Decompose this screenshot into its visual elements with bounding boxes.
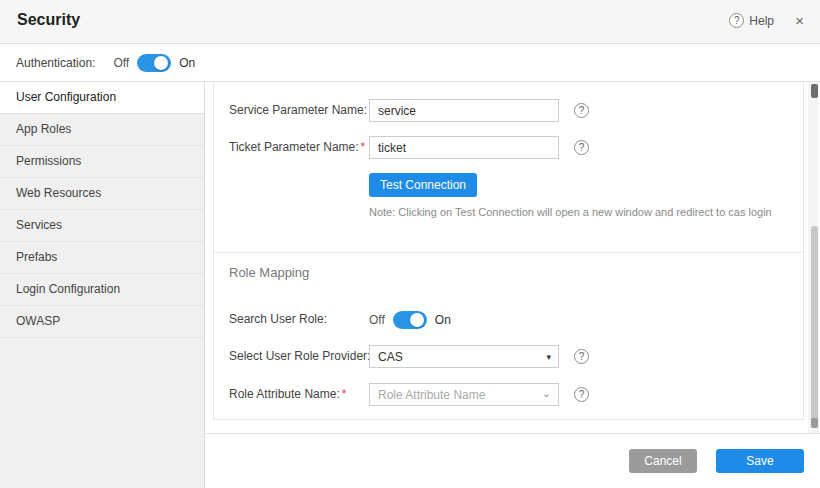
ticket-parameter-row: Ticket Parameter Name:* ? [214, 136, 803, 160]
ticket-parameter-label: Ticket Parameter Name:* [229, 140, 365, 154]
service-parameter-field-wrap [369, 99, 559, 122]
authentication-row: Authentication: Off On [0, 44, 820, 82]
scrollbar-thumb[interactable] [811, 226, 818, 422]
role-provider-value: CAS [378, 350, 403, 364]
ticket-parameter-label-text: Ticket Parameter Name: [229, 140, 359, 154]
cancel-button[interactable]: Cancel [629, 449, 697, 473]
required-marker: * [361, 140, 366, 154]
role-provider-help-icon[interactable]: ? [574, 349, 589, 364]
authentication-label: Authentication: [16, 56, 95, 70]
cas-config-panel: Service Parameter Name:* ? Ticket Parame… [213, 82, 804, 420]
content-area: Service Parameter Name:* ? Ticket Parame… [205, 82, 820, 488]
footer-bar: Cancel Save [205, 433, 820, 488]
role-mapping-section: Role Mapping Search User Role: Off On Se… [214, 252, 803, 421]
help-label: Help [749, 14, 774, 28]
sidebar-item-login-configuration[interactable]: Login Configuration [0, 274, 204, 306]
required-marker: * [342, 387, 347, 401]
service-parameter-label-text: Service Parameter Name: [229, 103, 367, 117]
role-attribute-help-icon[interactable]: ? [574, 387, 589, 402]
sidebar-item-owasp[interactable]: OWASP [0, 306, 204, 338]
security-dialog: Security ? Help × Authentication: Off On… [0, 0, 820, 488]
test-connection-note: Note: Clicking on Test Connection will o… [369, 206, 772, 218]
sidebar-item-prefabs[interactable]: Prefabs [0, 242, 204, 274]
role-provider-label: Select User Role Provider: [229, 349, 370, 363]
role-attribute-placeholder: Role Attribute Name [378, 388, 485, 402]
ticket-parameter-input[interactable] [369, 136, 559, 159]
toggle-knob [154, 56, 168, 70]
sidebar-item-services[interactable]: Services [0, 210, 204, 242]
sidebar: User Configuration App Roles Permissions… [0, 82, 205, 488]
role-attribute-label: Role Attribute Name:* [229, 387, 346, 401]
role-provider-field: CAS ▾ [369, 345, 559, 368]
service-parameter-input[interactable] [369, 99, 559, 122]
role-provider-select[interactable]: CAS ▾ [369, 345, 559, 368]
help-button[interactable]: ? Help [729, 13, 774, 28]
help-icon: ? [729, 13, 744, 28]
role-mapping-title: Role Mapping [229, 265, 309, 280]
role-attribute-label-text: Role Attribute Name: [229, 387, 340, 401]
sidebar-item-web-resources[interactable]: Web Resources [0, 178, 204, 210]
save-button[interactable]: Save [716, 449, 804, 473]
page-title: Security [17, 11, 80, 29]
auth-off-label: Off [113, 56, 129, 70]
dialog-header: Security ? Help × [0, 0, 820, 44]
search-on-label: On [435, 313, 451, 327]
search-user-role-toggle[interactable] [393, 311, 427, 329]
search-user-role-label: Search User Role: [229, 312, 327, 326]
role-attribute-field: Role Attribute Name ⌄ [369, 383, 559, 406]
ticket-help-icon[interactable]: ? [574, 140, 589, 155]
service-parameter-label: Service Parameter Name:* [229, 103, 374, 117]
sidebar-item-app-roles[interactable]: App Roles [0, 114, 204, 146]
authentication-toggle[interactable] [137, 54, 171, 72]
service-parameter-row: Service Parameter Name:* ? [214, 99, 803, 123]
toggle-knob [410, 313, 424, 327]
search-user-role-row: Search User Role: Off On [214, 308, 803, 332]
sidebar-item-user-configuration[interactable]: User Configuration [0, 82, 204, 114]
service-help-icon[interactable]: ? [574, 103, 589, 118]
chevron-down-icon: ⌄ [542, 387, 551, 400]
search-off-label: Off [369, 313, 385, 327]
caret-down-icon: ▾ [546, 352, 551, 362]
ticket-parameter-field-wrap [369, 136, 559, 159]
role-attribute-select[interactable]: Role Attribute Name ⌄ [369, 383, 559, 406]
role-provider-row: Select User Role Provider: CAS ▾ ? [214, 345, 803, 369]
scroll-area: Service Parameter Name:* ? Ticket Parame… [205, 82, 820, 433]
auth-on-label: On [179, 56, 195, 70]
role-attribute-row: Role Attribute Name:* Role Attribute Nam… [214, 383, 803, 407]
close-icon[interactable]: × [795, 12, 804, 29]
search-user-role-field: Off On [369, 311, 451, 329]
test-connection-button[interactable]: Test Connection [369, 173, 477, 197]
scrollbar-up-arrow[interactable] [811, 84, 818, 98]
sidebar-item-permissions[interactable]: Permissions [0, 146, 204, 178]
scrollbar-down-arrow[interactable] [811, 418, 818, 428]
